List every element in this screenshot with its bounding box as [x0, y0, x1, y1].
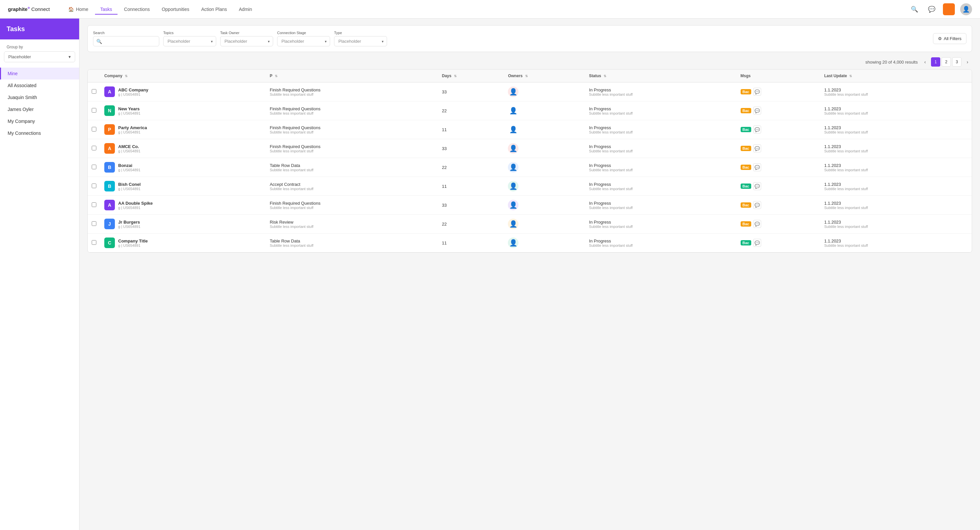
- date-cell: 1.1.2023 Subtitle less important stuff: [820, 215, 972, 233]
- table-row: J Jr Burgers g | US654891 Risk Review Su…: [88, 215, 972, 233]
- row-checkbox[interactable]: [92, 146, 96, 150]
- row-checkbox[interactable]: [92, 127, 96, 131]
- next-page-button[interactable]: ›: [963, 57, 972, 67]
- days-value: 33: [442, 203, 447, 208]
- owners-sort-icon[interactable]: ⇅: [525, 74, 528, 78]
- notification-button[interactable]: [943, 3, 955, 15]
- company-sort-icon[interactable]: ⇅: [125, 74, 127, 78]
- sidebar-item-james-oyler[interactable]: James Oyler: [0, 103, 79, 115]
- status-sort-icon[interactable]: ⇅: [604, 74, 606, 78]
- status-sub: Subtitle less important stuff: [589, 187, 732, 191]
- messages-button[interactable]: 💬: [926, 3, 938, 15]
- user-avatar-button[interactable]: 👤: [960, 3, 972, 15]
- row-checkbox-cell: [88, 139, 100, 158]
- date-sub: Subtitle less important stuff: [824, 206, 968, 210]
- status-cell: In Progress Subtitle less important stuf…: [585, 177, 736, 196]
- th-company: Company ⇅: [100, 70, 266, 83]
- message-icon[interactable]: 💬: [753, 126, 761, 134]
- topics-select[interactable]: Placeholder: [163, 36, 216, 46]
- filter-icon: ⚙: [938, 36, 942, 41]
- status-sub: Subtitle less important stuff: [589, 243, 732, 247]
- date-cell: 1.1.2023 Subtitle less important stuff: [820, 158, 972, 177]
- message-icon[interactable]: 💬: [753, 220, 761, 228]
- sidebar-item-my-company-label: My Company: [8, 118, 35, 124]
- page-1-button[interactable]: 1: [931, 57, 940, 67]
- type-select[interactable]: Placeholder: [334, 36, 387, 46]
- owner-avatar: 👤: [508, 143, 519, 154]
- sidebar-item-juaquin-smith[interactable]: Juaquin Smith: [0, 91, 79, 103]
- company-logo: B: [104, 162, 115, 172]
- nav-opportunities[interactable]: Opportunities: [156, 4, 194, 14]
- message-icon[interactable]: 💬: [753, 239, 761, 247]
- status-cell: In Progress Subtitle less important stuf…: [585, 215, 736, 233]
- all-filters-button[interactable]: ⚙ All Filters: [933, 33, 966, 44]
- sidebar-item-my-company[interactable]: My Company: [0, 115, 79, 127]
- owners-cell: 👤: [504, 158, 585, 177]
- pagination: ‹ 1 2 3 ›: [920, 57, 972, 67]
- company-logo: A: [104, 143, 115, 154]
- nav-admin[interactable]: Admin: [234, 4, 258, 14]
- message-icon[interactable]: 💬: [753, 163, 761, 171]
- row-checkbox[interactable]: [92, 221, 96, 226]
- status-cell: In Progress Subtitle less important stuf…: [585, 233, 736, 252]
- status-cell: In Progress Subtitle less important stuf…: [585, 139, 736, 158]
- sidebar-item-my-connections-label: My Connections: [8, 131, 41, 136]
- row-checkbox[interactable]: [92, 164, 96, 169]
- status-sub: Subtitle less important stuff: [589, 111, 732, 115]
- message-icon[interactable]: 💬: [753, 182, 761, 190]
- p-sort-icon[interactable]: ⇅: [275, 74, 277, 78]
- nav-action-plans[interactable]: Action Plans: [196, 4, 232, 14]
- days-cell: 33: [438, 83, 504, 101]
- company-name: AA Double Spike: [118, 201, 153, 206]
- company-name: Party America: [118, 125, 147, 130]
- search-input[interactable]: [93, 36, 159, 46]
- company-cell: A ABC Company g | US654891: [100, 83, 266, 101]
- status-cell: In Progress Subtitle less important stuf…: [585, 158, 736, 177]
- prev-page-button[interactable]: ‹: [920, 57, 930, 67]
- sidebar-item-mine[interactable]: Mine: [0, 67, 79, 80]
- days-cell: 22: [438, 101, 504, 120]
- row-checkbox[interactable]: [92, 108, 96, 113]
- nav-tasks[interactable]: Tasks: [95, 4, 118, 14]
- group-by-dropdown[interactable]: Placeholder ▾: [4, 51, 75, 62]
- group-by-label: Group by: [4, 45, 75, 49]
- owner-avatar: 👤: [508, 105, 519, 116]
- row-checkbox[interactable]: [92, 184, 96, 188]
- nav-home[interactable]: 🏠 Home: [63, 4, 93, 14]
- days-cell: 33: [438, 139, 504, 158]
- sidebar-item-my-connections[interactable]: My Connections: [0, 127, 79, 139]
- row-checkbox[interactable]: [92, 89, 96, 94]
- page-2-button[interactable]: 2: [942, 57, 951, 67]
- date-cell: 1.1.2023 Subtitle less important stuff: [820, 233, 972, 252]
- nav-connections[interactable]: Connections: [119, 4, 155, 14]
- row-checkbox[interactable]: [92, 240, 96, 245]
- filters-row: Search 🔍 Topics Placeholder ▾ Task Owner: [88, 25, 972, 52]
- last-update-sort-icon[interactable]: ⇅: [849, 74, 852, 78]
- search-button[interactable]: 🔍: [908, 3, 920, 15]
- sidebar-item-all-associated[interactable]: All Associated: [0, 80, 79, 91]
- company-sub: g | US654891: [118, 111, 140, 115]
- message-icon[interactable]: 💬: [753, 88, 761, 96]
- message-icon[interactable]: 💬: [753, 107, 761, 115]
- date-cell: 1.1.2023 Subtitle less important stuff: [820, 177, 972, 196]
- task-sub: Subtitle less important stuff: [270, 225, 434, 228]
- nav-opportunities-label: Opportunities: [162, 6, 189, 12]
- search-label: Search: [93, 31, 159, 35]
- owners-cell: 👤: [504, 177, 585, 196]
- status-sub: Subtitle less important stuff: [589, 225, 732, 228]
- table-row: P Party America g | US654891 Finish Requ…: [88, 120, 972, 139]
- nav-links: 🏠 Home Tasks Connections Opportunities A…: [63, 4, 908, 14]
- days-sort-icon[interactable]: ⇅: [454, 74, 457, 78]
- company-logo: A: [104, 86, 115, 97]
- date-main: 1.1.2023: [824, 220, 968, 225]
- page-3-button[interactable]: 3: [952, 57, 961, 67]
- task-owner-select[interactable]: Placeholder: [220, 36, 273, 46]
- task-cell: Finish Required Questions Subtitle less …: [266, 101, 438, 120]
- connection-stage-select[interactable]: Placeholder: [277, 36, 330, 46]
- company-info: AMCE Co. g | US654891: [118, 144, 140, 153]
- row-checkbox[interactable]: [92, 203, 96, 207]
- message-icon[interactable]: 💬: [753, 144, 761, 152]
- date-main: 1.1.2023: [824, 88, 968, 93]
- company-sub: g | US654891: [118, 243, 148, 247]
- message-icon[interactable]: 💬: [753, 201, 761, 209]
